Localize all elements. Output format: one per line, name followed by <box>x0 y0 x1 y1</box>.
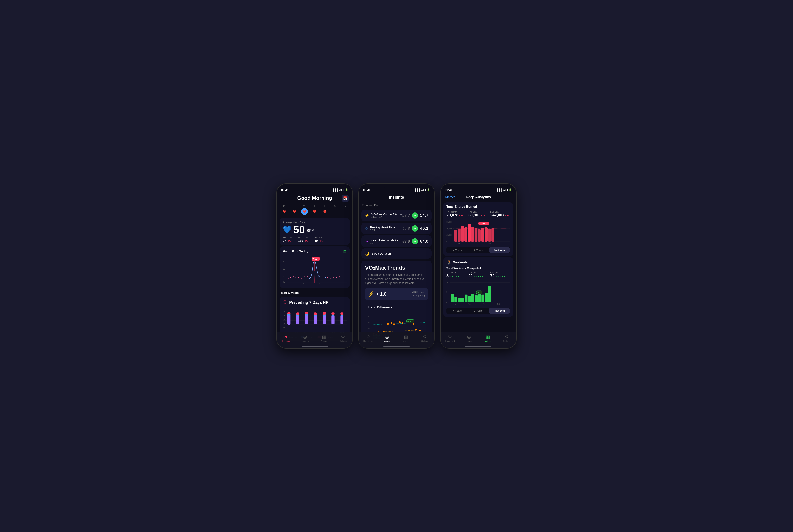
svg-point-19 <box>336 277 337 278</box>
tab-settings[interactable]: ⚙ Settings <box>334 334 353 342</box>
tab-metrics[interactable]: ▦ Metrics <box>315 334 334 342</box>
insight-vo2max[interactable]: ⚡ VO₂Max Cardio Fitness ml/(kg.min) 53.7… <box>362 210 431 221</box>
svg-rect-37 <box>287 315 290 325</box>
tab-insights-ana[interactable]: ◎ Insights <box>460 334 479 342</box>
svg-point-76 <box>391 322 392 324</box>
week-day-sat: S <box>332 205 339 215</box>
vo2-trend-title: VO₂Max Trends <box>365 264 428 271</box>
workouts-stats-row: This month 8 Workouts This year 22 Worko… <box>446 271 510 278</box>
svg-point-16 <box>327 277 328 278</box>
workouts-this-month: This month 8 Workouts <box>446 271 466 278</box>
svg-text:Nov: Nov <box>483 303 486 305</box>
svg-text:54: 54 <box>368 327 370 329</box>
vo2-name: VO₂Max Cardio Fitness <box>371 212 402 216</box>
workouts-tab-pastyear[interactable]: Past Year <box>489 308 510 314</box>
insights-tab-icon-ins: ◎ <box>385 334 389 339</box>
energy-section: Total Energy Burned This month 20,478 CA… <box>443 202 514 256</box>
rhr-from: 45.8 <box>402 226 410 231</box>
hr-stat-resting: Resting 49 BPM <box>314 236 323 243</box>
svg-rect-42 <box>296 312 299 315</box>
svg-text:56: 56 <box>368 315 370 317</box>
analytics-header: ‹ Metrics Deep Analytics <box>441 193 516 201</box>
svg-rect-48 <box>314 312 317 315</box>
tab-dashboard-ins[interactable]: ♡ Dashboard <box>359 334 378 342</box>
svg-line-68 <box>371 330 425 332</box>
svg-rect-137 <box>476 291 482 294</box>
rhr-to: 46.1 <box>420 226 428 231</box>
day-circle-m[interactable]: ❤️ <box>281 208 287 215</box>
svg-text:May: May <box>453 303 457 305</box>
svg-text:54.7: 54.7 <box>407 320 411 322</box>
settings-tab-label: Settings <box>340 340 347 342</box>
svg-text:50: 50 <box>283 326 285 328</box>
notch-insights <box>384 184 409 190</box>
workouts-tab-4y[interactable]: 4 Years <box>447 308 468 314</box>
svg-text:Nov: Nov <box>488 242 491 244</box>
workouts-subtitle: Total Workouts Completed <box>446 267 510 270</box>
tab-metrics-ana[interactable]: ▦ Metrics <box>478 334 497 342</box>
energy-tab-4y[interactable]: 4 Years <box>447 247 468 253</box>
avg-heart-rate-card: Average Heart Rate 💙 50 BPM Minimum 37 B… <box>279 218 350 245</box>
chart-expand-button[interactable]: ⊞ <box>343 249 347 254</box>
dashboard-tab-icon-ana: ♡ <box>448 334 452 339</box>
energy-tab-2y[interactable]: 2 Years <box>468 247 489 253</box>
insight-hrv[interactable]: 〜 Heart Rate Variability ms 83.9 → 84.0 <box>362 235 431 247</box>
tab-settings-ana[interactable]: ⚙ Settings <box>497 334 516 342</box>
energy-this-year: This year 60,903 CAL <box>468 211 488 217</box>
tab-dashboard-ana[interactable]: ♡ Dashboard <box>441 334 460 342</box>
svg-point-9 <box>290 277 291 278</box>
status-icons-insights: ▐▐▐ WiFi 🔋 <box>414 188 430 191</box>
svg-point-78 <box>399 321 401 323</box>
calendar-button[interactable]: 📅 <box>342 195 349 202</box>
insight-resting-hr[interactable]: ♡ Resting Heart Rate BPM 45.8 → 46.1 <box>362 223 431 234</box>
tab-settings-ins[interactable]: ⚙ Settings <box>415 334 434 342</box>
insights-tab-label-ins: Insights <box>384 340 390 342</box>
signal-icon: ▐▐▐ <box>332 188 338 191</box>
wifi-icon: WiFi <box>339 188 344 191</box>
heart-rate-chart-card: Heart Rate Today ⊞ 100 80 60 40 <box>279 246 350 288</box>
tab-metrics-ins[interactable]: ▦ Metrics <box>396 334 415 342</box>
vo2-unit: ml/(kg.min) <box>371 216 402 218</box>
svg-text:20,706: 20,706 <box>479 223 485 225</box>
tab-insights[interactable]: ◎ Insights <box>296 334 315 342</box>
workouts-header: 🏃 Workouts <box>446 260 510 265</box>
dashboard-tab-label: Dashboard <box>282 340 291 342</box>
svg-point-13 <box>301 278 302 279</box>
rhr-unit: BPM <box>370 229 395 231</box>
energy-chart-svg: 30,000 20,000 10,000 0 <box>446 220 510 245</box>
workouts-tab-2y[interactable]: 2 Years <box>468 308 489 314</box>
hr-stat-min: Minimum 37 BPM <box>283 236 292 243</box>
dashboard-header: Good Morning 📅 <box>277 193 352 204</box>
svg-point-82 <box>415 329 417 331</box>
energy-tab-pastyear[interactable]: Past Year <box>489 247 510 253</box>
back-button[interactable]: ‹ Metrics <box>444 195 456 199</box>
svg-rect-108 <box>481 228 484 242</box>
metrics-tab-icon-ana: ▦ <box>486 334 490 339</box>
svg-text:0: 0 <box>446 301 447 303</box>
svg-rect-103 <box>464 227 467 242</box>
workouts-time-tabs: 4 Years 2 Years Past Year <box>446 307 510 314</box>
svg-point-83 <box>420 330 421 331</box>
vo2-to: 54.7 <box>420 213 428 218</box>
svg-rect-109 <box>485 227 487 242</box>
seven-day-title: Preceding 7 Days HR <box>289 300 329 305</box>
svg-text:75: 75 <box>283 322 285 324</box>
insights-tab-icon: ◎ <box>303 334 307 339</box>
vo2-trend-description: The maximum amount of oxygen you consume… <box>365 273 428 285</box>
svg-rect-130 <box>468 296 471 302</box>
signal-icon-insights: ▐▐▐ <box>414 188 420 191</box>
insights-tab-icon-ana: ◎ <box>467 334 471 339</box>
svg-rect-126 <box>454 297 457 302</box>
wifi-icon-analytics: WiFi <box>503 188 508 191</box>
status-icons: ▐▐▐ WiFi 🔋 <box>332 188 348 191</box>
svg-text:12: 12 <box>317 282 320 285</box>
hrv-icon: 〜 <box>365 239 368 244</box>
svg-text:18: 18 <box>332 282 335 285</box>
dashboard-tab-icon-ins: ♡ <box>366 334 370 339</box>
energy-bar-chart: 30,000 20,000 10,000 0 <box>446 220 510 245</box>
workouts-bar-chart: 10 5 0 <box>446 281 510 306</box>
tab-insights-ins[interactable]: ◎ Insights <box>378 334 397 342</box>
week-strip: M ❤️ T ❤️ W ❤️ T ❤️ F ❤️ <box>277 204 352 217</box>
tab-dashboard[interactable]: ♥ Dashboard <box>277 334 296 342</box>
insight-sleep[interactable]: 🌙 Sleep Duration <box>362 248 431 259</box>
